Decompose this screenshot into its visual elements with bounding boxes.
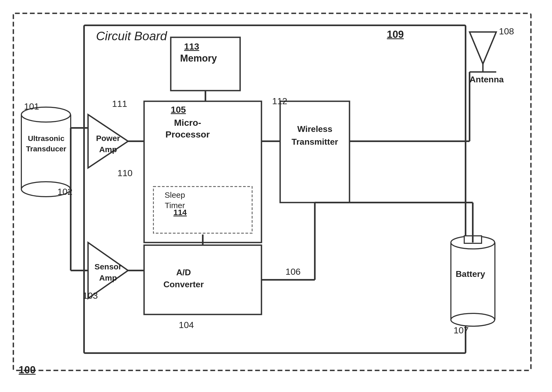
svg-rect-15 xyxy=(451,243,495,320)
ref-106: 106 xyxy=(285,266,301,277)
micro-number: 105 xyxy=(171,104,186,115)
label-109: 109 xyxy=(387,29,404,40)
ref-111: 111 xyxy=(112,99,127,109)
svg-point-16 xyxy=(451,236,495,249)
ref-104: 104 xyxy=(179,320,194,330)
svg-point-17 xyxy=(451,313,495,326)
ref-108: 108 xyxy=(499,26,514,37)
diagram-svg xyxy=(11,11,534,373)
memory-label: Memory xyxy=(180,53,217,64)
transducer-label: UltrasonicTransducer xyxy=(22,133,70,154)
battery-label: Battery xyxy=(456,269,485,279)
ref-110: 110 xyxy=(117,168,133,178)
sleep-timer-number: 114 xyxy=(173,208,187,217)
svg-rect-2 xyxy=(171,37,240,91)
antenna-label: Antenna xyxy=(470,75,504,84)
memory-number: 113 xyxy=(184,41,199,52)
sleep-timer-label: SleepTimer xyxy=(165,190,185,211)
ref-101: 101 xyxy=(24,101,39,112)
diagram-container: Circuit Board 109 113 Memory 105 Micro-P… xyxy=(11,11,539,381)
svg-rect-18 xyxy=(464,236,482,243)
svg-rect-0 xyxy=(13,13,531,370)
ref-102: 102 xyxy=(57,187,73,197)
label-100: 100 xyxy=(19,364,35,376)
ref-103: 103 xyxy=(83,290,98,301)
ad-label: A/DConverter xyxy=(157,266,210,290)
svg-rect-5 xyxy=(280,101,350,203)
sensor-amp-label: SensorAmp xyxy=(91,261,125,284)
svg-rect-1 xyxy=(84,25,466,353)
ref-107: 107 xyxy=(454,325,469,336)
ref-112: 112 xyxy=(272,96,287,106)
power-amp-label: PowerAmp xyxy=(91,133,125,155)
circuit-board-label: Circuit Board xyxy=(96,29,167,43)
micro-label: Micro-Processor xyxy=(165,117,210,140)
svg-marker-12 xyxy=(470,32,496,64)
wireless-label: WirelessTransmitter xyxy=(283,123,347,148)
